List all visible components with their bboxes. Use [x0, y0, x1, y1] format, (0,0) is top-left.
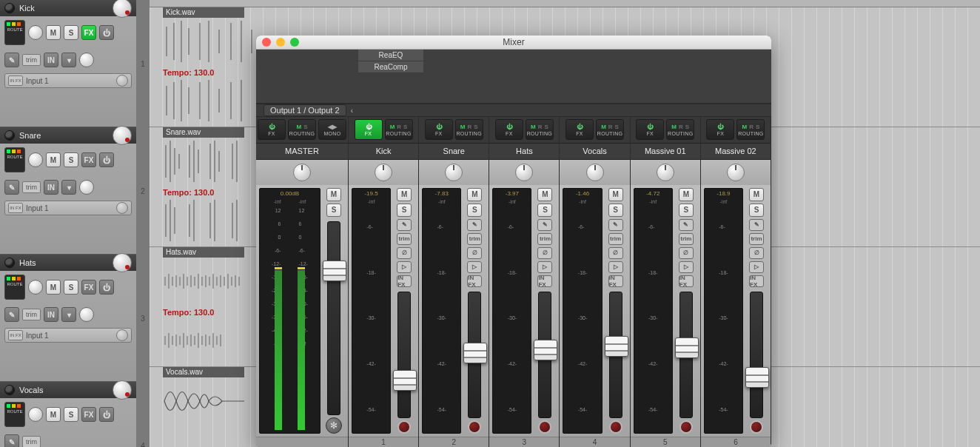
record-arm-icon[interactable] [4, 3, 15, 13]
trim-button[interactable]: trim [397, 233, 412, 245]
insert-area[interactable]: ReaEQ ReaComp [256, 50, 771, 103]
strip-kick[interactable]: ⏻ FX MRS ROUTING Kick -19.5 -inf -6--18-… [349, 117, 419, 447]
phase-button[interactable]: ∅ [679, 247, 694, 259]
record-button[interactable] [609, 420, 622, 434]
trim-button[interactable]: trim [608, 233, 623, 245]
trim-label[interactable]: trim [22, 436, 41, 447]
strip-hats[interactable]: ⏻FX MRSROUTING Hats -3.97-inf -6--18--30… [489, 117, 560, 447]
strip-snare[interactable]: ⏻FX MRSROUTING Snare -7.83-inf -6--18--3… [419, 117, 489, 447]
send-button[interactable]: ▷ [467, 261, 482, 273]
power-icon[interactable]: ⏻ [99, 25, 114, 40]
track-kick[interactable]: Kick ROUTE M S FX ⏻ ✎ trim IN ▾ IN FX In… [0, 0, 136, 127]
dropdown-icon[interactable]: ▾ [61, 307, 76, 322]
fader[interactable] [679, 292, 693, 418]
pan-knob[interactable] [515, 164, 533, 181]
phase-button[interactable] [28, 152, 43, 167]
fx-button[interactable]: FX [81, 152, 96, 167]
clip-name[interactable]: Vocals.wav [163, 367, 244, 377]
track-hats[interactable]: Hats ROUTE M S FX ⏻ ✎ trim IN ▾ IN FX In… [0, 255, 136, 382]
record-button[interactable] [679, 420, 693, 434]
insert-slot-2[interactable]: ReaComp [358, 61, 423, 73]
record-arm-icon[interactable] [4, 385, 15, 395]
chevron-down-icon[interactable] [116, 202, 128, 214]
phase-button[interactable] [28, 25, 43, 40]
record-button[interactable] [750, 420, 763, 434]
insert-slot-1[interactable]: ReaEQ [358, 50, 423, 61]
fader[interactable] [538, 292, 551, 418]
fx-button[interactable]: ⏻FX [565, 119, 594, 140]
pan-knob[interactable] [586, 164, 604, 181]
strip-massive-02[interactable]: ⏻FX MRSROUTING Massive 02 -18.9-inf -6--… [701, 117, 771, 447]
mixer-window[interactable]: Mixer ReaEQ ReaComp Output 1 / Output 2 … [256, 36, 771, 447]
in-button[interactable]: IN [44, 53, 58, 67]
fx-button[interactable]: ⏻FX [425, 119, 453, 140]
trim-button[interactable]: trim [537, 233, 552, 245]
trim-label[interactable]: trim [22, 181, 41, 193]
fader[interactable] [397, 292, 411, 418]
chevron-left-icon[interactable]: ‹ [351, 106, 354, 115]
input-selector[interactable]: IN FX Input 1 [4, 73, 132, 88]
mute-button[interactable]: M [467, 188, 482, 201]
phase-button[interactable]: ∅ [467, 247, 482, 259]
volume-knob[interactable] [113, 126, 132, 145]
route-button[interactable]: ROUTE [4, 147, 25, 172]
input-selector[interactable]: IN FX Input 1 [4, 328, 132, 343]
send-button[interactable]: ▷ [397, 261, 412, 273]
monitor-button[interactable] [79, 180, 94, 195]
fx-button[interactable]: ⏻ FX [355, 119, 383, 140]
send-button[interactable]: ▷ [608, 261, 623, 273]
strip-master[interactable]: ⏻ FX MS ROUTING ◀▶ MONO MASTER 0.00dB [256, 117, 349, 447]
power-icon[interactable]: ⏻ [99, 280, 114, 295]
trim-button[interactable]: trim [467, 233, 482, 245]
infx-button[interactable]: IN FX [749, 275, 764, 287]
volume-knob[interactable] [113, 380, 132, 400]
env-button[interactable]: ✎ [4, 180, 19, 195]
mute-button[interactable]: M [537, 188, 552, 201]
input-fx-icon[interactable]: IN FX [8, 75, 23, 86]
trim-label[interactable]: trim [22, 54, 41, 66]
env-button[interactable]: ✎ [537, 219, 552, 231]
chevron-down-icon[interactable] [116, 329, 128, 341]
strip-massive-01[interactable]: ⏻FX MRSROUTING Massive 01 -4.72-inf -6--… [631, 117, 701, 447]
record-button[interactable] [397, 420, 411, 434]
env-button[interactable]: ✎ [679, 219, 694, 231]
infx-button[interactable]: IN FX [679, 275, 694, 287]
env-button[interactable]: ✎ [467, 219, 482, 231]
fader[interactable] [327, 221, 340, 415]
mute-button[interactable]: M [46, 280, 61, 295]
fx-button[interactable]: ⏻FX [495, 119, 523, 140]
env-button[interactable]: ✎ [4, 53, 19, 67]
output-label[interactable]: Output 1 / Output 2 [264, 104, 346, 116]
output-row[interactable]: Output 1 / Output 2 ‹ [256, 104, 771, 117]
volume-knob[interactable] [113, 253, 132, 272]
phase-button[interactable]: ∅ [537, 247, 552, 259]
fx-button[interactable]: FX [81, 280, 96, 295]
fader[interactable] [750, 292, 763, 418]
infx-button[interactable]: IN FX [537, 275, 552, 287]
pan-knob[interactable] [727, 164, 745, 181]
input-selector[interactable]: IN FX Input 1 [4, 201, 132, 215]
monitor-button[interactable] [79, 53, 94, 67]
routing-button[interactable]: MRSROUTING [596, 119, 624, 140]
pan-knob[interactable] [293, 164, 311, 181]
env-button[interactable]: ✎ [4, 434, 19, 447]
record-arm-icon[interactable] [4, 130, 15, 141]
window-titlebar[interactable]: Mixer [256, 36, 771, 50]
clip-name[interactable]: Kick.wav [163, 7, 244, 18]
fx-button[interactable]: ⏻ FX [258, 119, 286, 140]
infx-button[interactable]: IN FX [397, 275, 412, 287]
solo-button[interactable]: S [608, 204, 623, 217]
phase-button[interactable] [28, 407, 43, 422]
send-button[interactable]: ▷ [679, 261, 694, 273]
send-button[interactable]: ▷ [537, 261, 552, 273]
solo-button[interactable]: S [64, 407, 78, 422]
mute-button[interactable]: M [608, 188, 623, 201]
dropdown-icon[interactable]: ▾ [61, 53, 76, 67]
power-icon[interactable]: ⏻ [99, 152, 114, 167]
fader[interactable] [609, 292, 622, 418]
record-arm-icon[interactable] [4, 258, 15, 268]
routing-button[interactable]: MRSROUTING [736, 119, 765, 140]
gear-icon[interactable]: ✻ [326, 417, 342, 434]
in-button[interactable]: IN [44, 307, 58, 322]
fx-button[interactable]: ⏻FX [636, 119, 664, 140]
